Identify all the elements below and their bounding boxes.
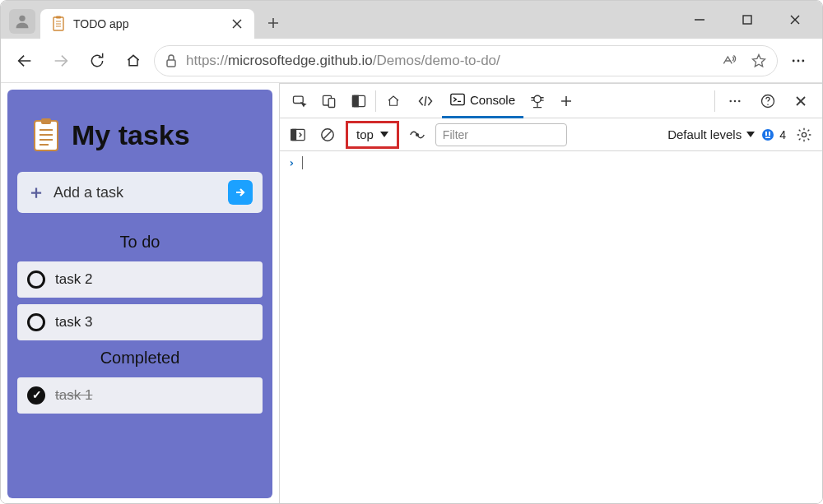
svg-point-48 [738, 100, 741, 103]
console-toolbar: top Filter Default levels 4 [280, 118, 822, 151]
tab-title: TODO app [73, 17, 223, 30]
svg-rect-29 [294, 96, 304, 103]
tab-close-icon[interactable] [231, 18, 243, 30]
dock-side-icon[interactable] [344, 86, 374, 116]
chevron-down-icon [746, 132, 755, 138]
devtools-tabstrip: Console [280, 84, 822, 118]
app-panel: My tasks ＋ Add a task To do task 2 task … [1, 83, 279, 504]
refresh-button[interactable] [81, 45, 113, 76]
svg-point-50 [767, 104, 769, 105]
task-checkbox-icon[interactable] [27, 270, 45, 289]
svg-rect-54 [291, 129, 296, 140]
clear-console-icon[interactable] [316, 123, 339, 146]
back-button[interactable] [9, 45, 40, 76]
svg-marker-57 [380, 132, 388, 137]
browser-tab[interactable]: TODO app [40, 9, 254, 39]
task-item[interactable]: task 2 [17, 261, 263, 298]
favorite-icon[interactable] [751, 53, 767, 69]
console-filter-placeholder: Filter [443, 128, 468, 141]
svg-line-56 [324, 131, 332, 138]
console-output[interactable]: › [280, 151, 822, 504]
device-emulation-icon[interactable] [314, 86, 344, 116]
main-area: My tasks ＋ Add a task To do task 2 task … [1, 83, 822, 504]
task-item[interactable]: task 3 [17, 304, 263, 340]
svg-line-34 [425, 96, 426, 106]
console-settings-icon[interactable] [793, 123, 816, 146]
issues-icon [761, 128, 774, 141]
issues-count: 4 [779, 128, 786, 141]
task-label: task 1 [55, 387, 92, 404]
app-header: My tasks [32, 118, 258, 152]
plus-icon: ＋ [27, 180, 45, 205]
inspect-element-icon[interactable] [285, 86, 314, 116]
url-scheme: https:// [186, 53, 228, 68]
devtools-tab-elements[interactable] [409, 84, 442, 118]
submit-task-button[interactable] [228, 180, 253, 205]
console-cursor [302, 156, 310, 169]
window-controls [686, 1, 816, 39]
lock-icon [165, 53, 178, 68]
svg-point-64 [802, 132, 806, 136]
task-checkbox-checked-icon[interactable] [27, 386, 45, 405]
devtools-settings-menu-icon[interactable] [720, 86, 750, 116]
devtools-help-icon[interactable] [753, 86, 783, 116]
app-card: My tasks ＋ Add a task To do task 2 task … [7, 90, 272, 498]
maximize-button[interactable] [733, 6, 761, 34]
svg-point-21 [802, 59, 804, 62]
svg-point-47 [734, 100, 737, 103]
clipboard-icon [32, 118, 60, 152]
devtools-tab-console-label: Console [470, 93, 515, 107]
browser-menu-button[interactable] [783, 45, 814, 76]
issues-button[interactable]: 4 [761, 128, 786, 141]
app-title: My tasks [72, 119, 190, 151]
svg-rect-11 [743, 16, 751, 24]
svg-rect-63 [765, 136, 770, 138]
svg-rect-31 [328, 98, 335, 107]
live-expression-icon[interactable] [406, 123, 429, 146]
svg-rect-16 [167, 60, 175, 67]
svg-rect-23 [41, 118, 51, 124]
url-path: /Demos/demo-to-do/ [373, 53, 500, 68]
svg-point-0 [19, 16, 25, 21]
svg-marker-18 [753, 54, 765, 66]
titlebar: TODO app [1, 1, 822, 39]
add-task-bar[interactable]: ＋ Add a task [17, 172, 263, 213]
log-levels-label: Default levels [667, 127, 742, 141]
devtools-more-tabs-button[interactable] [551, 86, 581, 116]
devtools-close-icon[interactable] [786, 86, 816, 116]
url-host: microsoftedge.github.io [228, 53, 373, 68]
new-tab-button[interactable] [261, 11, 286, 35]
devtools-tab-console[interactable]: Console [442, 84, 523, 118]
svg-point-20 [797, 59, 800, 62]
svg-rect-2 [56, 16, 61, 19]
profile-button[interactable] [9, 9, 35, 34]
address-actions [721, 53, 767, 69]
devtools-tab-sources[interactable] [523, 84, 551, 118]
section-completed-label: Completed [17, 349, 263, 368]
browser-toolbar: https://microsoftedge.github.io/Demos/de… [1, 39, 822, 83]
chevron-down-icon [380, 132, 388, 138]
task-item[interactable]: task 1 [17, 377, 263, 414]
devtools-panel: Console [279, 83, 822, 504]
execution-context-label: top [356, 127, 374, 141]
address-bar[interactable]: https://microsoftedge.github.io/Demos/de… [154, 45, 778, 76]
log-levels-selector[interactable]: Default levels [667, 127, 755, 141]
svg-point-60 [762, 129, 774, 141]
svg-point-19 [793, 59, 795, 62]
close-window-button[interactable] [781, 6, 809, 34]
devtools-tab-welcome[interactable] [378, 84, 409, 118]
console-filter-input[interactable]: Filter [435, 123, 567, 146]
task-checkbox-icon[interactable] [27, 313, 45, 331]
add-task-placeholder: Add a task [53, 184, 220, 201]
home-button[interactable] [118, 45, 149, 76]
forward-button[interactable] [45, 45, 77, 76]
execution-context-selector[interactable]: top [346, 121, 399, 149]
minimize-button[interactable] [686, 6, 714, 34]
svg-rect-35 [451, 94, 464, 104]
console-prompt-icon: › [288, 156, 295, 169]
console-sidebar-toggle-icon[interactable] [286, 123, 309, 146]
task-label: task 2 [55, 271, 92, 288]
svg-rect-61 [765, 132, 767, 136]
read-aloud-icon[interactable] [721, 53, 737, 69]
svg-point-46 [729, 100, 732, 103]
